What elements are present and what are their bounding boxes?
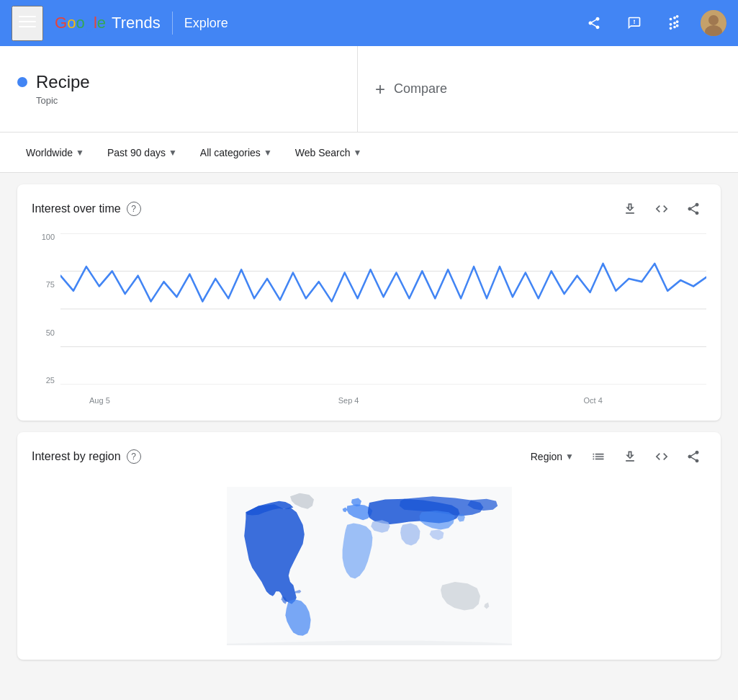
main-content: Interest over time ? (0, 173, 738, 683)
region-share-button[interactable] (680, 444, 706, 470)
avatar[interactable] (701, 10, 726, 36)
map-container (17, 475, 721, 660)
interest-by-region-title: Interest by region (32, 450, 121, 463)
time-range-filter[interactable]: Past 90 days ▼ (99, 143, 186, 163)
compare-plus-icon: + (375, 79, 385, 99)
interest-by-region-header: Interest by region ? Region ▼ (17, 432, 721, 475)
region-download-button[interactable] (617, 444, 643, 470)
search-area-spacer (715, 46, 738, 132)
location-dropdown-arrow: ▼ (76, 148, 84, 158)
search-term-box: Recipe Topic (0, 46, 358, 132)
share-card-button[interactable] (680, 196, 706, 222)
region-embed-button[interactable] (649, 444, 675, 470)
x-axis: Aug 5 Sep 4 Oct 4 (60, 388, 706, 406)
search-type-filter[interactable]: Web Search ▼ (287, 143, 371, 163)
location-filter[interactable]: Worldwide ▼ (17, 143, 93, 163)
line-chart (60, 233, 706, 385)
interest-by-region-card: Interest by region ? Region ▼ (17, 432, 721, 660)
y-label-25: 25 (46, 377, 55, 385)
card-title-area: Interest over time ? (32, 202, 141, 216)
avatar-image (701, 10, 726, 36)
interest-over-time-card: Interest over time ? (17, 184, 721, 421)
region-label: Region (531, 451, 562, 462)
interest-by-region-actions: Region ▼ (525, 444, 706, 470)
time-range-dropdown-arrow: ▼ (168, 148, 177, 158)
search-term-header: Recipe (17, 72, 340, 92)
svg-point-4 (708, 15, 719, 25)
logo[interactable]: Google Trends (55, 14, 161, 32)
time-range-label: Past 90 days (107, 147, 166, 158)
svg-rect-0 (19, 16, 36, 17)
region-dropdown-arrow: ▼ (565, 452, 574, 462)
world-map (153, 487, 585, 645)
category-dropdown-arrow: ▼ (264, 148, 272, 158)
search-type-label: Web Search (295, 147, 351, 158)
category-label: All categories (200, 147, 261, 158)
feedback-button[interactable] (620, 9, 649, 37)
interest-over-time-actions (617, 196, 706, 222)
location-label: Worldwide (26, 147, 73, 158)
term-type: Topic (36, 95, 340, 106)
explore-label: Explore (184, 16, 228, 31)
x-label-oct4: Oct 4 (584, 396, 603, 405)
chart-area: 100 75 50 25 (17, 228, 721, 421)
download-button[interactable] (617, 196, 643, 222)
embed-button[interactable] (649, 196, 675, 222)
y-axis: 100 75 50 25 (32, 233, 60, 385)
search-area: Recipe Topic + Compare (0, 46, 738, 133)
category-filter[interactable]: All categories ▼ (192, 143, 281, 163)
svg-rect-1 (19, 21, 36, 22)
chart-inner (60, 233, 706, 385)
search-type-dropdown-arrow: ▼ (354, 148, 362, 158)
interest-over-time-title: Interest over time (32, 202, 121, 215)
header-divider (172, 12, 173, 35)
svg-rect-2 (19, 26, 36, 27)
interest-over-time-help-icon[interactable]: ? (127, 202, 141, 216)
menu-icon[interactable] (12, 6, 43, 41)
region-title-area: Interest by region ? (32, 449, 141, 464)
list-view-button[interactable] (585, 444, 611, 470)
compare-label: Compare (394, 81, 447, 97)
google-wordmark: Google (55, 14, 106, 32)
region-dropdown-button[interactable]: Region ▼ (525, 448, 580, 465)
app-header: Google Trends Explore (0, 0, 738, 46)
interest-over-time-header: Interest over time ? (17, 184, 721, 228)
x-label-sep4: Sep 4 (338, 396, 359, 405)
x-label-aug5: Aug 5 (89, 396, 110, 405)
filters-bar: Worldwide ▼ Past 90 days ▼ All categorie… (0, 133, 738, 173)
trends-wordmark: Trends (112, 14, 161, 32)
apps-button[interactable] (660, 9, 689, 37)
y-label-75: 75 (46, 281, 55, 289)
term-name: Recipe (36, 72, 90, 92)
chart-container: 100 75 50 25 (32, 233, 706, 406)
share-button[interactable] (580, 9, 608, 37)
y-label-50: 50 (46, 329, 55, 337)
term-dot (17, 77, 27, 87)
interest-by-region-help-icon[interactable]: ? (127, 449, 141, 464)
compare-box[interactable]: + Compare (358, 46, 715, 132)
y-label-100: 100 (42, 233, 55, 241)
